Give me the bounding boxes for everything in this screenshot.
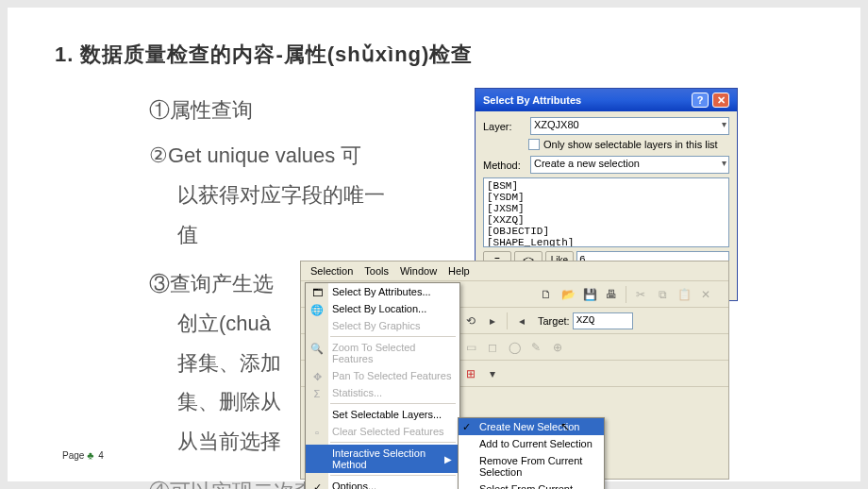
popup-select-by-attributes[interactable]: 🗔Select By Attributes... [306, 283, 459, 300]
tool-icon[interactable]: ◯ [505, 338, 524, 357]
tool-icon[interactable]: ✎ [526, 338, 545, 357]
submenu-select-from[interactable]: Select From Current Selection [459, 481, 604, 489]
help-icon[interactable]: ? [692, 93, 709, 108]
new-icon[interactable]: 🗋 [537, 285, 556, 304]
separator [507, 312, 508, 329]
menubar: Selection Tools Window Help [301, 261, 728, 281]
method-select[interactable]: Create a new selection [530, 156, 729, 174]
paste-icon[interactable]: 📋 [675, 285, 693, 304]
arrow-icon[interactable]: ▸ [483, 312, 502, 330]
popup-zoom-selected[interactable]: 🔍Zoom To Selected Features [306, 339, 459, 367]
delete-icon[interactable]: ✕ [696, 285, 715, 304]
popup-select-by-location[interactable]: 🌐Select By Location... [306, 300, 459, 317]
popup-statistics[interactable]: ΣStatistics... [306, 384, 459, 401]
menu-tools[interactable]: Tools [359, 263, 394, 278]
tool-icon[interactable]: ◻ [483, 338, 502, 357]
method-label: Method: [483, 160, 526, 171]
print-icon[interactable]: 🖶 [602, 285, 621, 304]
bullet-3: ③查询产生选 创立(chuà 择集、添加 集、删除从 从当前选择 [149, 264, 319, 462]
popup-interactive-selection[interactable]: Interactive Selection Method▶ [306, 445, 459, 473]
selection-submenu: ✓ Create New Selection ↖ Add to Current … [458, 417, 605, 489]
arcmap-window: Selection Tools Window Help 🗋 📂 💾 🖶 ✂ ⧉ … [300, 261, 729, 480]
close-icon[interactable]: ✕ [712, 93, 729, 108]
field-list[interactable]: [BSM] [YSDM] [JXSM] [XXZQ] [OBJECTID] [S… [483, 177, 729, 247]
popup-separator [330, 336, 456, 337]
popup-separator [330, 403, 456, 404]
tool-icon[interactable]: ⊞ [461, 364, 480, 383]
page-marker: Page ♣ 4 [62, 449, 104, 461]
copy-icon[interactable]: ⧉ [653, 285, 672, 304]
only-selectable-label: Only show selectable layers in this list [543, 139, 718, 150]
popup-pan-selected[interactable]: ✥Pan To Selected Features [306, 367, 459, 384]
separator [626, 286, 626, 303]
target-label: Target: [538, 315, 570, 327]
cut-icon[interactable]: ✂ [631, 285, 650, 304]
page-label: Page [62, 450, 84, 461]
tool-icon[interactable]: ▭ [461, 338, 480, 357]
chevron-down-icon[interactable]: ▾ [483, 364, 502, 383]
check-icon: ✓ [309, 480, 325, 489]
tool-icon[interactable]: ⊕ [548, 338, 567, 357]
bullet-2: ②Get unique values 可 以获得对应字段的唯一 值 [149, 136, 451, 254]
slide: 1. 数据质量检查的内容-属性(shǔxìng)检查 ①属性查询 ②Get un… [8, 8, 860, 481]
menu-window[interactable]: Window [394, 263, 442, 278]
undo-icon[interactable]: ⟲ [461, 312, 480, 330]
menu-help[interactable]: Help [442, 263, 476, 278]
open-icon[interactable]: 📂 [559, 285, 577, 304]
bullet-1: ①属性查询 [149, 91, 460, 130]
check-icon: ✓ [462, 421, 471, 433]
slide-heading: 1. 数据质量检查的内容-属性(shǔxìng)检查 [55, 41, 473, 69]
attributes-icon: 🗔 [309, 285, 325, 300]
popup-clear-selected[interactable]: ▫Clear Selected Features [306, 423, 459, 440]
clover-icon: ♣ [87, 449, 93, 461]
popup-set-selectable-layers[interactable]: Set Selectable Layers... [306, 406, 459, 423]
popup-separator [330, 475, 456, 476]
submenu-remove[interactable]: Remove From Current Selection [459, 452, 604, 481]
popup-select-by-graphics[interactable]: Select By Graphics [306, 317, 459, 334]
save-icon[interactable]: 💾 [580, 285, 599, 304]
stats-icon: Σ [309, 386, 325, 401]
selection-popup: 🗔Select By Attributes... 🌐Select By Loca… [305, 282, 460, 489]
cursor-icon: ↖ [560, 420, 570, 433]
zoom-icon: 🔍 [309, 341, 325, 356]
dialog-title: Select By Attributes [483, 94, 581, 106]
popup-options[interactable]: ✓Options... [306, 478, 459, 489]
submenu-add[interactable]: Add to Current Selection [459, 435, 604, 452]
pan-icon: ✥ [309, 369, 325, 384]
submenu-create-new[interactable]: ✓ Create New Selection ↖ [459, 418, 604, 435]
layer-select[interactable]: XZQJX80 [530, 117, 729, 135]
target-field[interactable]: XZQ [573, 312, 633, 329]
layer-label: Layer: [483, 121, 526, 132]
globe-icon: 🌐 [309, 302, 325, 317]
page-number: 4 [98, 450, 104, 461]
menu-selection[interactable]: Selection [305, 263, 359, 278]
dialog-titlebar[interactable]: Select By Attributes ? ✕ [476, 89, 737, 111]
clear-icon: ▫ [309, 425, 325, 440]
only-selectable-checkbox[interactable] [528, 139, 540, 150]
back-icon[interactable]: ◂ [512, 312, 531, 330]
popup-separator [330, 442, 456, 443]
chevron-right-icon: ▶ [444, 454, 452, 464]
